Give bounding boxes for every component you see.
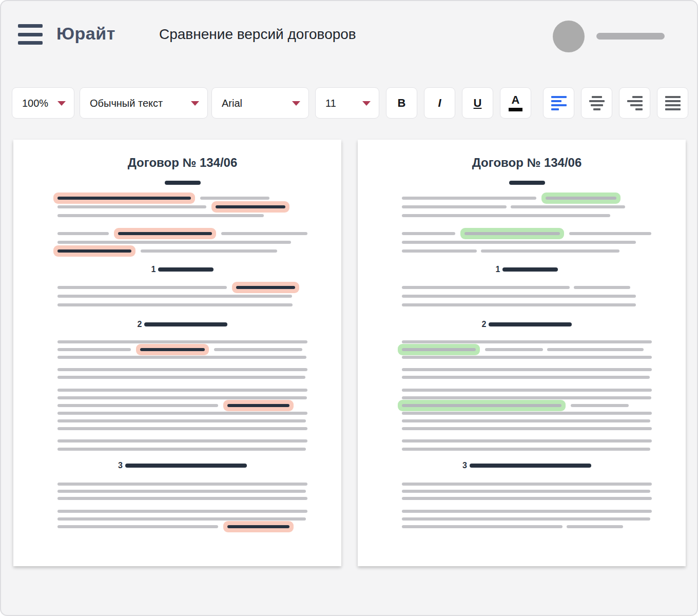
bold-button[interactable]: B (386, 87, 417, 119)
text-line (402, 340, 652, 343)
font-family-value: Arial (222, 97, 242, 109)
text-bar (57, 497, 307, 500)
user-avatar[interactable] (553, 21, 585, 52)
section-heading-bar (158, 267, 214, 272)
text-bar (221, 232, 307, 235)
text-bar (214, 348, 302, 351)
text-line (57, 197, 307, 200)
text-line (402, 241, 652, 244)
paragraph (402, 368, 652, 379)
section-heading-bar (470, 464, 591, 468)
document-old-version: Договор № 134/06 123 (13, 140, 341, 566)
section-heading: 3 (57, 461, 307, 470)
chevron-down-icon (191, 101, 199, 106)
text-bar (402, 241, 636, 244)
text-bar (402, 490, 650, 493)
font-size-select[interactable]: 11 (315, 87, 379, 119)
text-line (57, 483, 307, 486)
align-right-icon (627, 96, 643, 110)
align-center-button[interactable] (581, 87, 612, 119)
text-line (57, 448, 307, 451)
paragraph (57, 483, 307, 500)
text-line (57, 303, 307, 306)
text-bar (402, 510, 652, 513)
text-line (57, 214, 307, 217)
section-number: 2 (138, 320, 142, 329)
text-line (402, 525, 652, 528)
text-bar (57, 427, 307, 430)
text-bar (402, 419, 650, 422)
align-justify-button[interactable] (657, 87, 688, 119)
app-logo: Юрайт (56, 24, 115, 44)
text-bar (57, 389, 307, 392)
text-line (402, 205, 652, 208)
document-title: Договор № 134/06 (402, 155, 652, 170)
changed-text-highlight-pink (216, 205, 285, 208)
changed-text-highlight-pink (227, 404, 289, 407)
paragraph (57, 197, 307, 217)
text-line (402, 404, 652, 407)
bold-icon: B (398, 98, 406, 109)
align-left-icon (551, 96, 567, 110)
hamburger-bar (18, 33, 43, 36)
text-line (402, 286, 652, 289)
text-line (402, 295, 652, 298)
text-color-button[interactable]: A (500, 87, 531, 119)
section-heading: 1 (57, 265, 307, 274)
text-line (402, 368, 652, 371)
text-line (57, 404, 307, 407)
text-bar (57, 412, 307, 415)
paragraph (402, 232, 652, 253)
text-line (402, 249, 652, 253)
text-bar (402, 368, 652, 371)
text-line (402, 214, 652, 217)
zoom-select[interactable]: 100% (12, 87, 74, 119)
italic-button[interactable]: I (424, 87, 455, 119)
text-line (57, 510, 307, 513)
text-bar (57, 525, 218, 528)
text-line (57, 295, 307, 298)
section-heading-bar (125, 464, 247, 468)
text-line (402, 517, 652, 521)
changed-text-highlight-green (464, 232, 560, 235)
text-line (402, 412, 652, 415)
font-family-select[interactable]: Arial (211, 87, 309, 119)
text-bar (57, 490, 306, 493)
text-bar (402, 497, 652, 500)
text-bar (57, 241, 291, 244)
paragraph (402, 510, 652, 528)
paragraph (57, 340, 307, 359)
text-line (402, 303, 652, 306)
section-heading-bar (144, 322, 227, 326)
section-heading-bar (502, 267, 558, 272)
text-line (402, 439, 652, 442)
text-bar (57, 303, 293, 306)
underline-button[interactable]: U (462, 87, 493, 119)
text-bar (574, 286, 630, 289)
paragraph (402, 483, 652, 500)
align-left-button[interactable] (543, 87, 574, 119)
text-bar (57, 340, 307, 343)
text-line (57, 348, 307, 351)
text-bar (57, 404, 218, 407)
text-bar (402, 396, 651, 399)
text-bar (402, 303, 636, 306)
text-line (402, 197, 652, 200)
align-center-icon (589, 96, 605, 110)
text-line (402, 376, 652, 379)
align-right-button[interactable] (619, 87, 650, 119)
text-line (57, 427, 307, 430)
paragraph-style-select[interactable]: Обычный текст (80, 87, 208, 119)
text-bar (402, 389, 652, 392)
text-line (57, 525, 307, 528)
hamburger-bar (18, 41, 43, 45)
hamburger-menu-button[interactable] (18, 24, 43, 45)
text-bar (402, 427, 652, 430)
text-bar (57, 419, 306, 422)
paragraph (57, 510, 307, 528)
text-line (57, 205, 307, 208)
text-line (57, 419, 307, 422)
text-bar (57, 396, 307, 399)
paragraph-style-value: Обычный текст (90, 97, 163, 109)
text-line (402, 396, 652, 399)
